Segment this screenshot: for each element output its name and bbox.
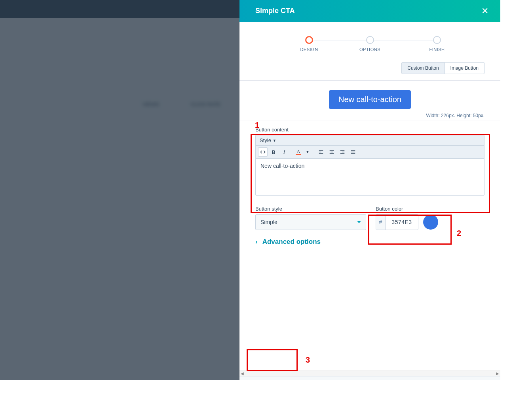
align-left-icon[interactable]: [316, 147, 326, 157]
bold-icon[interactable]: B: [269, 147, 278, 157]
align-right-icon[interactable]: [338, 147, 347, 157]
canvas-margin-bottom: [0, 380, 532, 401]
panel-header: Simple CTA ✕: [239, 0, 500, 22]
slideover-panel: Simple CTA ✕ DESIGN OPTIONS FINISH Custo…: [239, 0, 500, 401]
step-dot-icon: [433, 36, 441, 44]
rte-style-menu[interactable]: Style ▼: [256, 135, 484, 146]
button-type-toggle: Custom Button Image Button: [239, 62, 500, 80]
horizontal-scrollbar[interactable]: ◀ ▶: [239, 371, 500, 376]
background-overlay: [0, 0, 239, 401]
color-hex-value: 3574E3: [386, 215, 418, 230]
caret-down-icon: ▼: [273, 139, 276, 143]
text-color-dropdown-icon[interactable]: ▼: [304, 147, 311, 157]
button-style-value: Simple: [260, 219, 277, 225]
text-color-icon[interactable]: A: [294, 147, 303, 157]
button-style-field: Button style Simple: [255, 201, 366, 230]
button-color-field: Button color # 3574E3: [376, 201, 438, 230]
color-swatch-icon[interactable]: [423, 215, 438, 230]
step-label: DESIGN: [277, 47, 341, 52]
italic-icon[interactable]: I: [279, 147, 289, 157]
cta-preview-button: New call-to-action: [329, 90, 411, 109]
label-button-color: Button color: [376, 206, 438, 212]
close-icon[interactable]: ✕: [481, 6, 488, 16]
cta-dimensions-text: Width: 226px. Height: 50px.: [239, 112, 500, 120]
hash-symbol: #: [376, 215, 386, 230]
cta-preview-area: New call-to-action: [239, 81, 500, 112]
tab-custom-button[interactable]: Custom Button: [401, 62, 445, 74]
rte-style-label: Style: [260, 137, 271, 143]
step-dot-active-icon: [305, 36, 313, 44]
step-design[interactable]: DESIGN: [277, 36, 341, 52]
step-label: FINISH: [405, 47, 469, 52]
tab-image-button[interactable]: Image Button: [445, 62, 484, 74]
source-code-icon[interactable]: [258, 147, 268, 157]
step-finish[interactable]: FINISH: [405, 36, 469, 52]
chevron-right-icon: ›: [255, 238, 258, 246]
stepper: DESIGN OPTIONS FINISH: [239, 22, 500, 62]
scrollbar-left-arrow-icon[interactable]: ◀: [240, 371, 245, 376]
caret-down-icon: [357, 221, 361, 223]
rte-toolbar: B I A ▼: [256, 146, 484, 159]
label-button-style: Button style: [255, 206, 366, 212]
panel-title: Simple CTA: [255, 7, 295, 15]
step-options[interactable]: OPTIONS: [338, 36, 402, 52]
form-area: Button content Style ▼ B I A ▼: [239, 120, 500, 246]
align-justify-icon[interactable]: [348, 147, 358, 157]
canvas-margin-right: [500, 0, 532, 401]
label-button-content: Button content: [255, 127, 484, 133]
step-dot-icon: [366, 36, 374, 44]
advanced-options-label: Advanced options: [262, 238, 321, 246]
advanced-options-toggle[interactable]: › Advanced options: [255, 238, 484, 246]
button-content-input[interactable]: New call-to-action: [256, 159, 484, 195]
rich-text-editor: Style ▼ B I A ▼: [255, 135, 484, 196]
step-label: OPTIONS: [338, 47, 402, 52]
align-center-icon[interactable]: [327, 147, 336, 157]
scrollbar-right-arrow-icon[interactable]: ▶: [495, 371, 500, 376]
button-style-select[interactable]: Simple: [255, 214, 366, 230]
color-hex-input[interactable]: # 3574E3: [376, 214, 418, 230]
